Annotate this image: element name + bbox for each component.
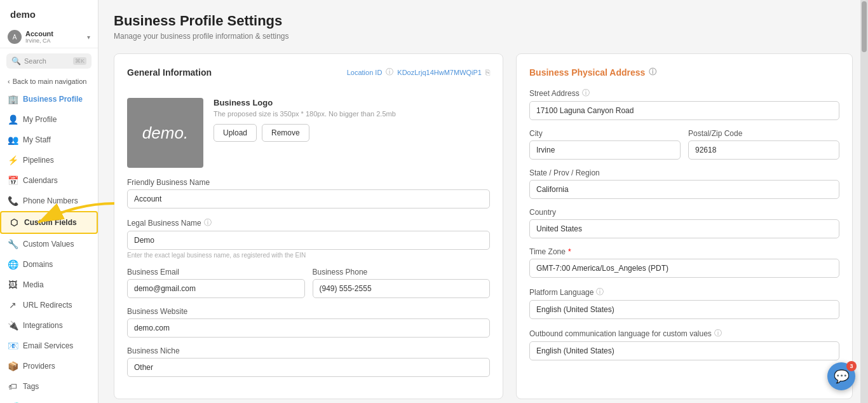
logo-preview: demo.: [127, 98, 203, 168]
state-input[interactable]: [529, 180, 839, 199]
outbound-lang-select[interactable]: English (United States): [529, 341, 839, 360]
platform-lang-select[interactable]: English (United States): [529, 300, 839, 319]
sidebar-item-labs[interactable]: 🧪 Labs NEW: [0, 397, 98, 403]
account-location: Irvine, CA: [25, 38, 83, 44]
timezone-group: Time Zone * GMT-7:00 America/Los_Angeles…: [529, 247, 839, 278]
street-input[interactable]: [529, 101, 839, 120]
sidebar-item-domains[interactable]: 🌐 Domains: [0, 254, 98, 275]
website-group: Business Website: [127, 307, 490, 338]
chat-badge: 3: [846, 361, 857, 371]
pipeline-icon: ⚡: [8, 155, 18, 165]
scrollbar-thumb[interactable]: [862, 1, 867, 52]
phone-group: Business Phone: [313, 268, 491, 298]
timezone-label: Time Zone *: [529, 247, 839, 256]
legal-name-input[interactable]: [127, 231, 490, 250]
sidebar-item-tags[interactable]: 🏷 Tags: [0, 376, 98, 397]
city-input[interactable]: [529, 140, 681, 160]
search-icon: 🔍: [11, 57, 21, 65]
redirect-icon: ↗: [8, 300, 18, 310]
city-label: City: [529, 129, 681, 138]
search-label: Search: [24, 57, 70, 65]
sidebar-item-email-services[interactable]: 📧 Email Services: [0, 336, 98, 356]
country-input[interactable]: [529, 219, 839, 238]
street-label: Street Address ⓘ: [529, 88, 839, 99]
website-label: Business Website: [127, 307, 490, 316]
sidebar-item-phone-numbers[interactable]: 📞 Phone Numbers: [0, 191, 98, 211]
tag-icon: 🏷: [8, 381, 18, 392]
friendly-name-input[interactable]: [127, 189, 490, 208]
copy-icon[interactable]: ⎘: [485, 68, 490, 77]
postal-input[interactable]: [688, 140, 839, 160]
sidebar-item-media[interactable]: 🖼 Media: [0, 275, 98, 295]
city-postal-row: City Postal/Zip Code: [529, 129, 839, 168]
logo-buttons: Upload Remove: [214, 124, 490, 142]
chat-button[interactable]: 💬 3: [827, 362, 855, 390]
legal-name-group: Legal Business Name ⓘ Enter the exact le…: [127, 217, 490, 259]
logo-section: demo. Business Logo The proposed size is…: [127, 98, 490, 168]
logo-label: Business Logo: [214, 98, 490, 107]
niche-select[interactable]: Other: [127, 358, 490, 377]
sidebar-item-url-redirects[interactable]: ↗ URL Redirects: [0, 295, 98, 315]
user-icon: 👤: [8, 114, 18, 125]
email-phone-row: Business Email Business Phone: [127, 268, 490, 307]
email-icon: 📧: [8, 341, 18, 351]
custom-values-icon: 🔧: [8, 239, 18, 249]
chat-icon: 💬: [834, 369, 850, 384]
required-marker: *: [568, 247, 571, 256]
info-icon: ⓘ: [596, 287, 604, 297]
platform-lang-label: Platform Language ⓘ: [529, 287, 839, 297]
app-logo: demo: [0, 0, 98, 26]
legal-name-label: Legal Business Name ⓘ: [127, 217, 490, 228]
friendly-name-group: Friendly Business Name: [127, 178, 490, 208]
postal-label: Postal/Zip Code: [688, 129, 839, 138]
email-label: Business Email: [127, 268, 305, 277]
sidebar-item-pipelines[interactable]: ⚡ Pipelines: [0, 150, 98, 170]
sidebar-item-integrations[interactable]: 🔌 Integrations: [0, 315, 98, 336]
email-input[interactable]: [127, 279, 305, 298]
legal-name-hint: Enter the exact legal business name, as …: [127, 252, 490, 259]
sidebar-item-business-profile[interactable]: 🏢 Business Profile: [0, 89, 98, 109]
state-group: State / Prov / Region: [529, 168, 839, 199]
building-icon: 🏢: [8, 94, 18, 104]
phone-input[interactable]: [313, 279, 491, 298]
country-group: Country: [529, 208, 839, 238]
outbound-lang-label: Outbound communication language for cust…: [529, 328, 839, 339]
sidebar-item-custom-fields[interactable]: ⬡ Custom Fields: [0, 211, 98, 234]
info-icon: ⓘ: [582, 88, 590, 99]
providers-icon: 📦: [8, 361, 18, 371]
sidebar-item-providers[interactable]: 📦 Providers: [0, 356, 98, 376]
media-icon: 🖼: [8, 280, 18, 290]
search-shortcut: ⌘K: [73, 57, 86, 65]
state-label: State / Prov / Region: [529, 168, 839, 177]
info-icon: ⓘ: [714, 328, 722, 339]
location-id: Location ID ⓘ KDozLrjq14HwM7MWQiP1 ⎘: [347, 67, 490, 78]
sidebar-item-my-staff[interactable]: 👥 My Staff: [0, 130, 98, 150]
sidebar-item-my-profile[interactable]: 👤 My Profile: [0, 109, 98, 130]
niche-group: Business Niche Other: [127, 346, 490, 377]
niche-label: Business Niche: [127, 346, 490, 355]
country-label: Country: [529, 208, 839, 217]
page-subtitle: Manage your business profile information…: [114, 32, 853, 41]
sidebar-item-custom-values[interactable]: 🔧 Custom Values: [0, 234, 98, 254]
timezone-select[interactable]: GMT-7:00 America/Los_Angeles (PDT): [529, 259, 839, 278]
website-input[interactable]: [127, 318, 490, 338]
globe-icon: 🌐: [8, 259, 18, 270]
upload-button[interactable]: Upload: [214, 124, 257, 142]
sidebar-item-calendars[interactable]: 📅 Calendars: [0, 170, 98, 191]
scrollbar[interactable]: [860, 0, 868, 403]
users-icon: 👥: [8, 135, 18, 145]
remove-button[interactable]: Remove: [262, 124, 309, 142]
account-switcher[interactable]: A Account Irvine, CA ▾: [0, 26, 98, 48]
logo-hint: The proposed size is 350px * 180px. No b…: [214, 110, 490, 118]
account-name: Account: [25, 30, 83, 38]
info-icon: ⓘ: [649, 67, 656, 78]
main-content: Business Profile Settings Manage your bu…: [98, 0, 868, 403]
search-bar[interactable]: 🔍 Search ⌘K: [6, 53, 92, 69]
address-card: Business Physical Address ⓘ Street Addre…: [516, 53, 853, 399]
postal-group: Postal/Zip Code: [688, 129, 839, 160]
street-group: Street Address ⓘ: [529, 88, 839, 120]
page-title: Business Profile Settings: [114, 13, 853, 29]
outbound-lang-group: Outbound communication language for cust…: [529, 328, 839, 360]
back-navigation[interactable]: ‹ Back to main navigation: [0, 74, 98, 89]
custom-fields-icon: ⬡: [9, 217, 19, 228]
